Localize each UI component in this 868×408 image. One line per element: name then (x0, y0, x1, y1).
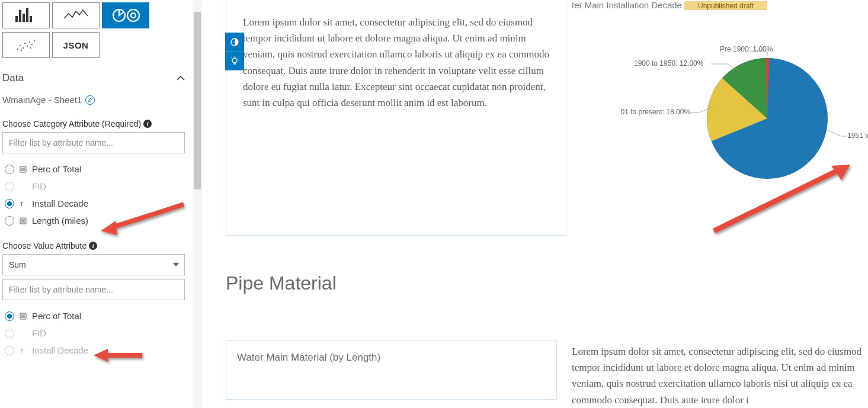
value-option-perc-of-total[interactable]: Perc of Total (2, 307, 188, 325)
svg-point-8 (20, 45, 21, 46)
radio-label: FID (32, 328, 46, 338)
category-option-fid[interactable]: FID (2, 178, 188, 195)
svg-point-14 (34, 40, 35, 41)
description-text: Lorem ipsum dolor sit amet, consectetur … (243, 14, 549, 111)
radio-label: Length (miles) (32, 216, 88, 226)
svg-rect-4 (30, 16, 32, 22)
category-option-install-decade[interactable]: ᴛ Install Decade (2, 195, 188, 212)
value-option-fid[interactable]: FID (2, 325, 188, 342)
data-section-header[interactable]: Data (2, 62, 188, 90)
aggregation-select[interactable]: Sum (2, 254, 185, 275)
material-description-text: Lorem ipsum dolor sit amet, consectetur … (572, 343, 868, 408)
scatter-chart-button[interactable] (2, 32, 50, 58)
contrast-tab[interactable] (225, 33, 244, 52)
svg-line-36 (238, 57, 238, 58)
svg-point-5 (127, 9, 139, 21)
material-chart-card[interactable]: Water Main Material (by Length) (226, 340, 557, 400)
value-attr-label: Choose Value Attribute i (2, 237, 188, 254)
category-option-perc-of-total[interactable]: Perc of Total (2, 160, 188, 178)
category-radio-list: Perc of Total FID ᴛ Install Decade Lengt… (2, 158, 188, 237)
line-chart-button[interactable] (52, 2, 100, 28)
draft-badge: Unpublished draft (684, 1, 767, 10)
category-filter-input[interactable] (2, 132, 185, 153)
radio-label: Install Decade (32, 198, 88, 208)
json-button[interactable]: JSON (52, 32, 100, 58)
pie-chart-button[interactable] (102, 2, 149, 28)
svg-point-12 (29, 41, 30, 43)
category-attr-label: Choose Category Attribute (Required) i (2, 115, 188, 132)
pie-label-present: 01 to present: 18.00% (607, 108, 690, 116)
svg-rect-1 (19, 10, 21, 22)
idea-tab[interactable] (225, 52, 244, 70)
material-chart-title: Water Main Material (by Length) (237, 352, 546, 364)
svg-line-35 (231, 57, 232, 58)
svg-point-6 (131, 13, 136, 18)
svg-point-11 (27, 46, 28, 47)
chevron-up-icon (176, 73, 185, 83)
svg-point-7 (17, 49, 18, 50)
pie-label-1900-1950: 1900 to 1950: 12.00% (634, 59, 703, 68)
number-icon (19, 165, 27, 174)
info-icon[interactable]: i (89, 242, 97, 250)
radio-label: Install Decade (32, 345, 88, 355)
value-option-install-decade[interactable]: ᴛ Install Decade (2, 342, 188, 359)
data-section-label: Data (2, 72, 24, 84)
svg-point-13 (31, 44, 33, 45)
description-card[interactable]: Lorem ipsum dolor sit amet, consectetur … (226, 0, 566, 236)
bar-chart-button[interactable] (2, 2, 50, 28)
category-option-length[interactable]: Length (miles) (2, 212, 188, 229)
svg-rect-3 (26, 8, 28, 22)
data-source-row: WmainAge - Sheet1 (2, 90, 188, 115)
pie-label-pre1900: Pre 1900: 1.00% (720, 45, 773, 53)
svg-text:ᴛ: ᴛ (20, 200, 24, 207)
edit-icon[interactable] (85, 95, 95, 105)
radio-label: FID (32, 181, 46, 191)
svg-point-32 (232, 58, 237, 63)
number-icon (19, 312, 27, 320)
svg-point-16 (30, 47, 31, 49)
scrollbar-thumb[interactable] (194, 12, 201, 189)
svg-text:ᴛ: ᴛ (20, 347, 24, 354)
text-icon: ᴛ (19, 346, 27, 355)
radio-label: Perc of Total (32, 311, 81, 321)
scrollbar-track[interactable] (193, 0, 202, 408)
svg-point-10 (24, 43, 25, 44)
value-filter-input[interactable] (2, 279, 185, 300)
svg-rect-2 (23, 14, 25, 22)
data-source-label: WmainAge - Sheet1 (2, 95, 82, 105)
pie-label-1951-2000: 1951 to 2000: 69.00% (847, 131, 868, 140)
value-radio-list: Perc of Total FID ᴛ Install Decade (2, 305, 188, 367)
radio-label: Perc of Total (32, 164, 81, 174)
chart-type-row-2: JSON (2, 32, 188, 58)
svg-point-15 (21, 50, 22, 51)
main-preview-area: Unpublished draft Lorem ipsum dolor sit … (193, 0, 868, 408)
number-icon (19, 217, 27, 225)
side-tabs (225, 33, 244, 70)
svg-point-9 (23, 47, 24, 49)
pie-chart: Pre 1900: 1.00% 1900 to 1950: 12.00% 01 … (643, 41, 868, 207)
text-icon: ᴛ (19, 200, 27, 208)
config-sidebar: JSON Data WmainAge - Sheet1 Choose Categ… (0, 0, 193, 408)
pipe-material-heading: Pipe Material (226, 272, 337, 294)
chart-type-selector (2, 2, 188, 28)
svg-rect-0 (15, 16, 18, 22)
info-icon[interactable]: i (143, 120, 152, 128)
